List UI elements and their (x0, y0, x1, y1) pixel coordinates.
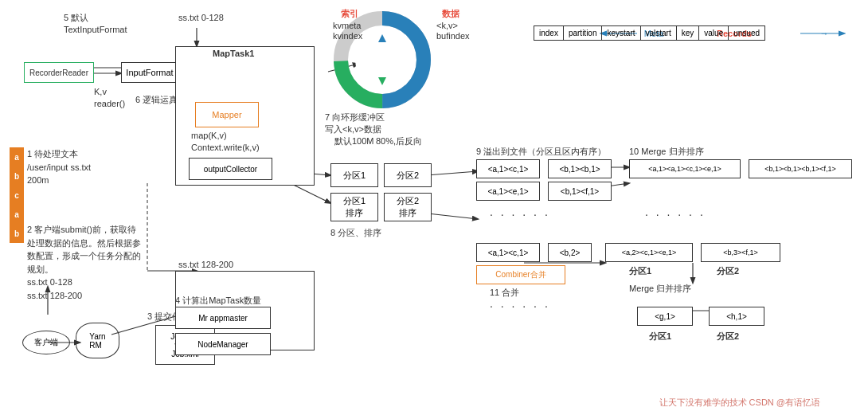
bufindex-label: bufindex (436, 30, 470, 42)
data-label: 数据 (442, 8, 459, 20)
data-h1-box: <h,1> (709, 307, 764, 326)
partition1-sort-box: 分区1排序 (330, 193, 378, 221)
records-arrow-right: → (800, 28, 828, 40)
combiner-box: Combiner合并 (476, 265, 565, 284)
table-header-value: value (699, 26, 729, 41)
data-b2-box: <b,2> (548, 243, 592, 262)
kv-reader-label: K,vreader() (94, 86, 125, 111)
partition1-box: 分区1 (330, 163, 378, 187)
kvindex-label: kvindex (333, 30, 362, 42)
data-a1c1-box2: <a,1><c,1> (476, 243, 540, 262)
spill-a1e1-box: <a,1><e,1> (476, 182, 540, 201)
partition2-box: 分区2 (384, 163, 432, 187)
table-header-keystart: keystart (602, 26, 640, 41)
recorder-reader-box: RecorderReader (24, 62, 94, 83)
table-header-unsued: unsued (729, 26, 765, 41)
output-collector-box: outputCollector (189, 158, 272, 180)
section8-label: 8 分区、排序 (330, 227, 381, 239)
table-header-key: key (676, 26, 699, 41)
input-format-box: InputFormat (121, 62, 178, 83)
section11-label: 11 合并 (490, 287, 519, 299)
partition2-label3: 分区2 (717, 331, 739, 343)
orange-bar: abcab (10, 147, 24, 243)
partition1-label3: 分区1 (649, 331, 671, 343)
data-a2c1e1-box: <a,2><c,1><e,1> (605, 243, 693, 262)
table-header-valstart: valstart (640, 26, 676, 41)
mapper-box: Mapper (195, 102, 259, 127)
partition1-label2: 分区1 (629, 265, 651, 277)
client-submit-label: 2 客户端submit()前，获取待处理数据的信息。然后根据参数配置，形成一个任… (27, 223, 143, 302)
table-header-partition: partition (563, 26, 602, 41)
watermark: 让天下没有难学的技术 CSDN @有语忆语 (659, 397, 820, 409)
ring-buffer-write-label: 7 向环形缓冲区写入<k,v>数据 (325, 112, 397, 136)
meta-table: index partition keystart valstart key va… (534, 25, 765, 41)
logic-true-label: 6 逻辑运真 (135, 94, 178, 106)
section10-label: 10 Merge 归并排序 (629, 146, 704, 158)
maptask1-label: MapTask1 (213, 48, 254, 60)
percent-80-label: 80%,后反向 (376, 135, 422, 147)
spill-b1b1-box: <b,1><b,1> (548, 159, 612, 178)
default-format-label: 5 默认TextInputFormat (64, 12, 143, 37)
calc-maptask-label: 4 计算出MapTask数量 (175, 295, 261, 307)
merge-a1a1c1e1-box: <a,1><a,1><c,1><e,1> (629, 159, 741, 178)
map-context-label: map(K,v)Context.write(k,v) (191, 130, 260, 155)
yarn-rm-box: YarnRM (76, 323, 119, 358)
dots1-label: · · · · · · (490, 207, 550, 223)
node-manager-box: NodeManager (175, 333, 271, 355)
data-b3f1-box: <b,3><f,1> (701, 243, 780, 262)
merge-b1b1b1f1-box: <b,1><b,1><b,1><f,1> (749, 159, 852, 178)
partition2-label2: 分区2 (717, 265, 739, 277)
data-g1-box: <g,1> (637, 307, 693, 326)
spill-b1f1-box: <b,1><f,1> (548, 182, 612, 201)
section9-label: 9 溢出到文件（分区且区内有序） (476, 146, 606, 158)
merge-sort-bottom-label: Merge 归并排序 (629, 283, 691, 295)
dots2-label: · · · · · · (645, 207, 706, 223)
spill-a1c1-box: <a,1><c,1> (476, 159, 540, 178)
partition2-sort-box: 分区2排序 (384, 193, 432, 221)
dots3-label: · · · · · · (490, 299, 550, 315)
ssfile2-label: ss.txt 128-200 (178, 259, 233, 271)
index-label: 索引 (341, 8, 358, 20)
diagram-container: abcab 1 待处理文本 /user/input ss.txt 200m 2 … (0, 0, 868, 415)
default-size-label: 默认100M (334, 135, 374, 147)
table-header-index: index (534, 26, 564, 41)
client-box: 客户端 (22, 331, 70, 354)
pending-text-label: 1 待处理文本 /user/input ss.txt 200m (27, 147, 107, 187)
ssfile1-label: ss.txt 0-128 (178, 12, 224, 24)
mr-appmaster-box: Mr appmaster (175, 307, 271, 329)
